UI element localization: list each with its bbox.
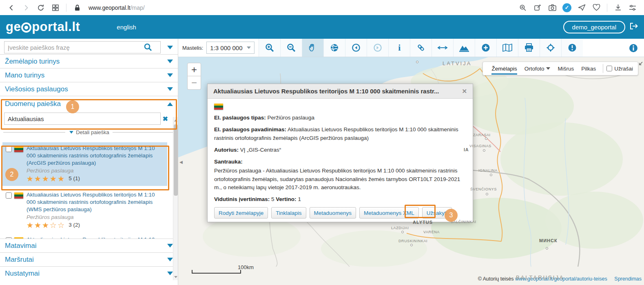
- globe-icon: [21, 22, 31, 33]
- map-zoom-out-button[interactable]: −: [187, 76, 201, 90]
- print-button[interactable]: [518, 39, 540, 57]
- favorites-heart-icon[interactable]: [591, 2, 602, 13]
- layer-tab-pilkas[interactable]: Pilkas: [581, 62, 596, 75]
- solution-link[interactable]: Sprendimas: [614, 276, 642, 282]
- speed-dial-icon[interactable]: [50, 2, 61, 13]
- rating-text: 3 (2): [69, 222, 80, 228]
- back-icon[interactable]: [6, 2, 17, 13]
- share-link-button[interactable]: [410, 39, 432, 57]
- panel-collapse-icon[interactable]: [638, 61, 643, 67]
- zoom-in-button[interactable]: [259, 39, 280, 57]
- metadata-button[interactable]: Metaduomenys: [310, 207, 356, 219]
- sidebar-item-routes[interactable]: Maršrutai: [0, 252, 178, 266]
- scale-dropdown[interactable]: 1:3 000 000: [206, 42, 255, 54]
- sidebar-item-measurements[interactable]: Matavimai: [0, 239, 178, 252]
- layer-tab-ortofoto[interactable]: Ortofoto: [524, 62, 551, 75]
- service-type-row: El. paslaugos tipas: Peržiūros paslauga: [214, 114, 466, 122]
- map-book-button[interactable]: [496, 39, 518, 57]
- chevron-down-icon: [167, 87, 173, 91]
- pan-hand-button[interactable]: [302, 39, 323, 57]
- summary-text: Peržiūros paslauga - Aktualiausias Lietu…: [214, 167, 466, 192]
- result-checkbox[interactable]: [6, 146, 12, 152]
- scroll-down-icon[interactable]: [174, 274, 178, 279]
- forward-icon[interactable]: [21, 2, 31, 13]
- scrollbar-thumb[interactable]: [174, 124, 178, 196]
- labels-checkbox-row[interactable]: Užrašai: [606, 66, 633, 72]
- layer-tab-misrus[interactable]: Mišrus: [558, 62, 574, 75]
- lithuania-flag-icon: [14, 146, 23, 152]
- labels-checkbox-label: Užrašai: [614, 66, 633, 72]
- measure-distance-button[interactable]: [432, 39, 453, 57]
- download-icon[interactable]: [613, 2, 623, 13]
- data-search-input[interactable]: [4, 113, 161, 125]
- search-input[interactable]: [4, 41, 161, 53]
- sidebar-item-data-search[interactable]: Duomenų paieška: [0, 96, 178, 112]
- map-label: МИНСК: [539, 238, 558, 243]
- detailed-search-toggle[interactable]: Detali paieška: [0, 128, 178, 137]
- summary-label: Santrauka:: [214, 158, 466, 166]
- zoom-search-icon[interactable]: [518, 2, 528, 13]
- full-extent-globe-button[interactable]: [323, 39, 345, 57]
- scroll-up-icon[interactable]: [174, 118, 178, 123]
- lithuania-flag-icon: [14, 237, 23, 239]
- map-zoom-in-button[interactable]: +: [187, 63, 201, 76]
- result-row-arcgis[interactable]: Aktualiausias Lietuvos Respublikos terit…: [2, 142, 167, 186]
- secure-badge-icon[interactable]: ✓: [562, 2, 572, 13]
- lithuania-flag-icon: [14, 192, 23, 199]
- results-scrollbar[interactable]: [173, 117, 178, 280]
- report-error-button[interactable]: [561, 39, 583, 57]
- identify-info-button[interactable]: i: [388, 39, 410, 57]
- metadata-xml-button[interactable]: Metaduomenys XML: [359, 207, 419, 219]
- sidebar-collapse-handle[interactable]: ◄: [178, 156, 184, 168]
- map-canvas[interactable]: + − ◄ Žemėlapis Ortofoto Mišrus Pilkas U…: [178, 57, 644, 285]
- scale-bar: [192, 270, 241, 274]
- sidebar-item-settings[interactable]: Nustatymai: [0, 266, 178, 280]
- sidebar-item-map-content[interactable]: Žemėlapio turinys: [0, 54, 178, 68]
- user-pill[interactable]: demo_geoportal: [563, 21, 625, 33]
- chevron-down-icon: [167, 272, 173, 275]
- chevron-down-icon: [167, 244, 173, 247]
- divider: [607, 4, 607, 12]
- map-town-marker: [416, 61, 418, 63]
- url-field[interactable]: www.geoportal.lt/map/: [89, 4, 145, 11]
- order-button[interactable]: Užsakyti: [422, 207, 452, 219]
- previous-extent-button[interactable]: [345, 39, 367, 57]
- language-link[interactable]: english: [117, 24, 136, 31]
- result-checkbox[interactable]: [6, 192, 12, 199]
- sidebar-item-public-services[interactable]: Viešosios paslaugos: [0, 82, 178, 96]
- sidebar-item-my-content[interactable]: Mano turinys: [0, 68, 178, 82]
- search-options-caret[interactable]: [167, 46, 173, 49]
- locate-crosshair-button[interactable]: [540, 39, 561, 57]
- map-label: ŠALČININKAI: [451, 220, 476, 224]
- send-plane-icon[interactable]: [576, 2, 587, 13]
- logout-icon[interactable]: [629, 22, 638, 32]
- close-icon[interactable]: ✕: [462, 88, 467, 95]
- reload-icon[interactable]: [35, 2, 46, 13]
- snapshot-edit-icon[interactable]: [532, 2, 543, 13]
- zoom-out-button[interactable]: [280, 39, 302, 57]
- clear-search-icon[interactable]: ✖: [163, 115, 168, 123]
- camera-icon[interactable]: [547, 2, 558, 13]
- result-row-wms[interactable]: Aktualiausias Lietuvos Respublikos terit…: [2, 189, 167, 232]
- sidebar: Žemėlapio turinys Mano turinys Viešosios…: [0, 39, 178, 285]
- geoportal-logo[interactable]: ge portal.lt: [6, 20, 80, 34]
- map-label: IA: [464, 147, 469, 152]
- section-label: Maršrutai: [5, 256, 34, 264]
- result-checkbox[interactable]: [6, 237, 12, 239]
- add-data-button[interactable]: [475, 39, 496, 57]
- elevation-profile-button[interactable]: [453, 39, 475, 57]
- result-row-partial[interactable]: Aktualiausias Lietuvos Respublikos terit…: [2, 234, 167, 239]
- next-extent-button[interactable]: [367, 39, 388, 57]
- search-icon[interactable]: [144, 43, 153, 53]
- map-label: LATVIJA: [443, 60, 471, 66]
- layer-tab-zemelapis[interactable]: Žemėlapis: [491, 62, 517, 75]
- labels-checkbox[interactable]: [606, 66, 612, 71]
- scale-label: Mastelis:: [182, 45, 203, 51]
- info-button[interactable]: [629, 39, 638, 57]
- website-button[interactable]: Tinklalapis: [271, 207, 306, 219]
- logo-text-right: portal.lt: [32, 20, 80, 34]
- show-on-map-button[interactable]: Rodyti žemėlapyje: [214, 207, 268, 219]
- map-town-marker: [410, 244, 413, 246]
- lock-icon: [72, 2, 82, 13]
- settings-sliders-icon[interactable]: [627, 2, 638, 13]
